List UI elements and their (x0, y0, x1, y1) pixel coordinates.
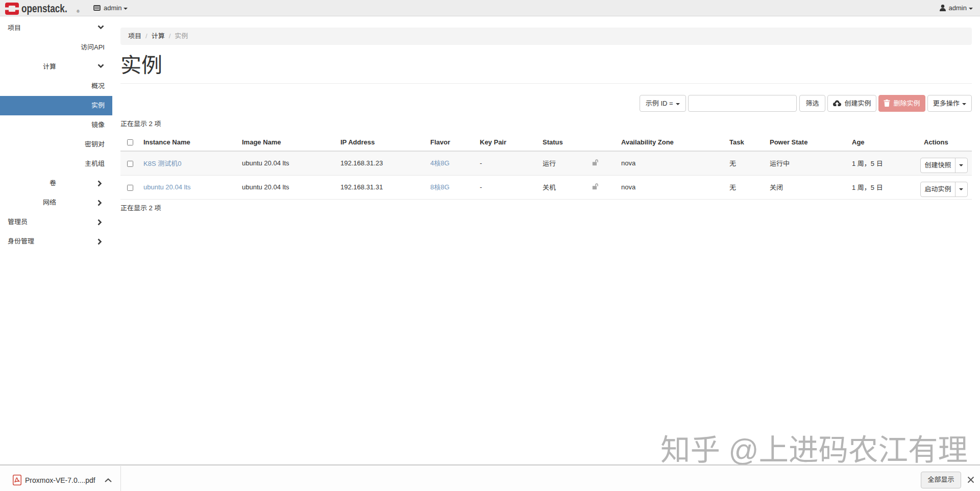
svg-text:知乎 @上进码农江有理: 知乎 @上进码农江有理 (660, 429, 968, 469)
